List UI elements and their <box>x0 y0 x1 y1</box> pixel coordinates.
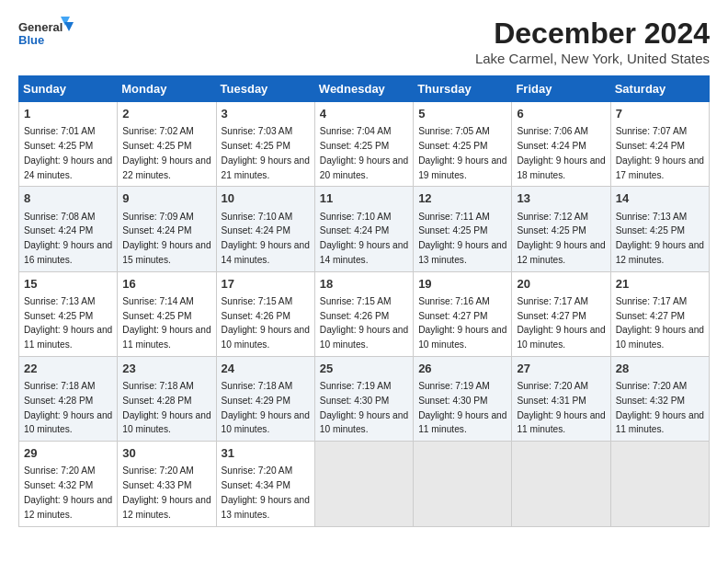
calendar: SundayMondayTuesdayWednesdayThursdayFrid… <box>18 75 710 527</box>
header-day-wednesday: Wednesday <box>314 76 413 102</box>
svg-text:General: General <box>18 20 63 34</box>
calendar-cell: 21 Sunrise: 7:17 AMSunset: 4:27 PMDaylig… <box>610 271 709 356</box>
day-info: Sunrise: 7:13 AMSunset: 4:25 PMDaylight:… <box>616 212 704 265</box>
day-info: Sunrise: 7:15 AMSunset: 4:26 PMDaylight:… <box>222 296 310 350</box>
day-number: 22 <box>24 361 112 377</box>
day-info: Sunrise: 7:14 AMSunset: 4:25 PMDaylight:… <box>122 296 210 350</box>
calendar-week-row: 8 Sunrise: 7:08 AMSunset: 4:24 PMDayligh… <box>19 187 710 271</box>
day-number: 4 <box>320 106 408 122</box>
header-day-saturday: Saturday <box>610 76 709 102</box>
calendar-cell: 27 Sunrise: 7:20 AMSunset: 4:31 PMDaylig… <box>512 356 610 441</box>
calendar-cell: 2 Sunrise: 7:02 AMSunset: 4:25 PMDayligh… <box>118 102 216 187</box>
day-number: 6 <box>517 106 605 122</box>
calendar-cell: 14 Sunrise: 7:13 AMSunset: 4:25 PMDaylig… <box>610 187 709 271</box>
day-number: 2 <box>122 106 210 122</box>
day-number: 27 <box>517 361 605 377</box>
calendar-cell: 16 Sunrise: 7:14 AMSunset: 4:25 PMDaylig… <box>118 271 216 356</box>
calendar-cell: 18 Sunrise: 7:15 AMSunset: 4:26 PMDaylig… <box>314 271 413 356</box>
svg-marker-3 <box>64 22 74 31</box>
calendar-cell <box>610 442 709 526</box>
day-number: 13 <box>517 190 605 207</box>
day-info: Sunrise: 7:11 AMSunset: 4:25 PMDaylight:… <box>418 212 506 265</box>
day-number: 15 <box>24 276 112 293</box>
day-info: Sunrise: 7:15 AMSunset: 4:26 PMDaylight:… <box>320 296 408 350</box>
calendar-cell: 4 Sunrise: 7:04 AMSunset: 4:25 PMDayligh… <box>314 102 413 187</box>
day-number: 5 <box>418 106 506 122</box>
calendar-cell: 29 Sunrise: 7:20 AMSunset: 4:32 PMDaylig… <box>19 442 118 526</box>
calendar-week-row: 1 Sunrise: 7:01 AMSunset: 4:25 PMDayligh… <box>19 102 710 187</box>
header-day-sunday: Sunday <box>19 76 118 102</box>
day-number: 20 <box>517 276 605 293</box>
header-day-friday: Friday <box>512 76 610 102</box>
day-number: 25 <box>320 361 408 377</box>
day-number: 10 <box>222 190 310 207</box>
calendar-cell: 26 Sunrise: 7:19 AMSunset: 4:30 PMDaylig… <box>414 356 512 441</box>
day-info: Sunrise: 7:17 AMSunset: 4:27 PMDaylight:… <box>616 296 704 350</box>
day-number: 16 <box>122 276 210 293</box>
logo-svg: General Blue <box>18 17 74 57</box>
day-info: Sunrise: 7:18 AMSunset: 4:28 PMDaylight:… <box>122 381 210 434</box>
day-number: 28 <box>616 361 704 377</box>
calendar-cell: 13 Sunrise: 7:12 AMSunset: 4:25 PMDaylig… <box>512 187 610 271</box>
day-info: Sunrise: 7:18 AMSunset: 4:28 PMDaylight:… <box>24 381 112 434</box>
calendar-cell: 7 Sunrise: 7:07 AMSunset: 4:24 PMDayligh… <box>610 102 709 187</box>
calendar-cell: 12 Sunrise: 7:11 AMSunset: 4:25 PMDaylig… <box>414 187 512 271</box>
day-info: Sunrise: 7:10 AMSunset: 4:24 PMDaylight:… <box>320 212 408 265</box>
calendar-cell: 6 Sunrise: 7:06 AMSunset: 4:24 PMDayligh… <box>512 102 610 187</box>
day-number: 26 <box>418 361 506 377</box>
subtitle: Lake Carmel, New York, United States <box>475 51 710 66</box>
day-number: 9 <box>122 190 210 207</box>
day-info: Sunrise: 7:12 AMSunset: 4:25 PMDaylight:… <box>517 212 605 265</box>
day-info: Sunrise: 7:09 AMSunset: 4:24 PMDaylight:… <box>122 212 210 265</box>
day-info: Sunrise: 7:05 AMSunset: 4:25 PMDaylight:… <box>418 126 506 179</box>
day-info: Sunrise: 7:19 AMSunset: 4:30 PMDaylight:… <box>418 381 506 434</box>
day-number: 31 <box>222 445 310 462</box>
title-block: December 2024 Lake Carmel, New York, Uni… <box>475 17 710 66</box>
calendar-cell: 30 Sunrise: 7:20 AMSunset: 4:33 PMDaylig… <box>118 442 216 526</box>
calendar-cell: 22 Sunrise: 7:18 AMSunset: 4:28 PMDaylig… <box>19 356 118 441</box>
calendar-cell: 3 Sunrise: 7:03 AMSunset: 4:25 PMDayligh… <box>216 102 314 187</box>
calendar-cell: 15 Sunrise: 7:13 AMSunset: 4:25 PMDaylig… <box>19 271 118 356</box>
day-info: Sunrise: 7:07 AMSunset: 4:24 PMDaylight:… <box>616 126 704 179</box>
calendar-week-row: 22 Sunrise: 7:18 AMSunset: 4:28 PMDaylig… <box>19 356 710 441</box>
day-info: Sunrise: 7:01 AMSunset: 4:25 PMDaylight:… <box>24 126 112 179</box>
day-number: 8 <box>24 190 112 207</box>
day-number: 19 <box>418 276 506 293</box>
day-info: Sunrise: 7:02 AMSunset: 4:25 PMDaylight:… <box>122 126 210 179</box>
calendar-cell: 17 Sunrise: 7:15 AMSunset: 4:26 PMDaylig… <box>216 271 314 356</box>
calendar-cell: 9 Sunrise: 7:09 AMSunset: 4:24 PMDayligh… <box>118 187 216 271</box>
day-info: Sunrise: 7:19 AMSunset: 4:30 PMDaylight:… <box>320 381 408 434</box>
day-info: Sunrise: 7:20 AMSunset: 4:34 PMDaylight:… <box>222 465 310 519</box>
day-number: 12 <box>418 190 506 207</box>
calendar-week-row: 29 Sunrise: 7:20 AMSunset: 4:32 PMDaylig… <box>19 442 710 526</box>
calendar-cell <box>414 442 512 526</box>
calendar-cell: 24 Sunrise: 7:18 AMSunset: 4:29 PMDaylig… <box>216 356 314 441</box>
day-number: 3 <box>222 106 310 122</box>
day-info: Sunrise: 7:20 AMSunset: 4:33 PMDaylight:… <box>122 465 210 519</box>
day-info: Sunrise: 7:04 AMSunset: 4:25 PMDaylight:… <box>320 126 408 179</box>
calendar-cell: 10 Sunrise: 7:10 AMSunset: 4:24 PMDaylig… <box>216 187 314 271</box>
calendar-cell: 20 Sunrise: 7:17 AMSunset: 4:27 PMDaylig… <box>512 271 610 356</box>
day-number: 29 <box>24 445 112 462</box>
day-number: 18 <box>320 276 408 293</box>
day-info: Sunrise: 7:16 AMSunset: 4:27 PMDaylight:… <box>418 296 506 350</box>
day-info: Sunrise: 7:17 AMSunset: 4:27 PMDaylight:… <box>517 296 605 350</box>
calendar-cell: 25 Sunrise: 7:19 AMSunset: 4:30 PMDaylig… <box>314 356 413 441</box>
day-number: 7 <box>616 106 704 122</box>
day-info: Sunrise: 7:03 AMSunset: 4:25 PMDaylight:… <box>222 126 310 179</box>
page-header: General Blue December 2024 Lake Carmel, … <box>18 17 710 66</box>
day-number: 11 <box>320 190 408 207</box>
day-info: Sunrise: 7:20 AMSunset: 4:31 PMDaylight:… <box>517 381 605 434</box>
header-day-thursday: Thursday <box>414 76 512 102</box>
day-info: Sunrise: 7:13 AMSunset: 4:25 PMDaylight:… <box>24 296 112 350</box>
calendar-cell: 28 Sunrise: 7:20 AMSunset: 4:32 PMDaylig… <box>610 356 709 441</box>
day-info: Sunrise: 7:20 AMSunset: 4:32 PMDaylight:… <box>24 465 112 519</box>
calendar-week-row: 15 Sunrise: 7:13 AMSunset: 4:25 PMDaylig… <box>19 271 710 356</box>
header-day-monday: Monday <box>118 76 216 102</box>
day-number: 14 <box>616 190 704 207</box>
calendar-cell: 8 Sunrise: 7:08 AMSunset: 4:24 PMDayligh… <box>19 187 118 271</box>
calendar-cell <box>512 442 610 526</box>
calendar-cell: 23 Sunrise: 7:18 AMSunset: 4:28 PMDaylig… <box>118 356 216 441</box>
day-number: 24 <box>222 361 310 377</box>
day-number: 23 <box>122 361 210 377</box>
